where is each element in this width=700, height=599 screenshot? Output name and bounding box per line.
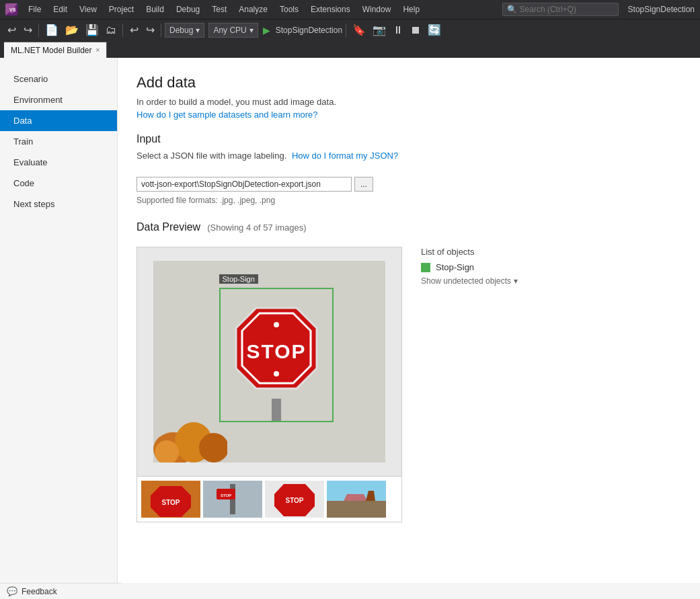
stop-sign-wrapper: Stop-Sign [219,288,334,422]
image-background: Stop-Sign [153,261,385,463]
tree-decoration [153,409,227,463]
bbox-label: Stop-Sign [219,274,258,284]
toolbar-redo[interactable]: ↪ [143,22,157,38]
debug-label: Debug [169,26,193,35]
sidebar-item-train[interactable]: Train [0,131,117,152]
main-layout: Scenario Environment Data Train Evaluate… [0,58,700,583]
toolbar-camera[interactable]: 📷 [370,22,389,38]
toolbar-restart[interactable]: 🔄 [425,22,444,38]
tab-label: ML.NET Model Builder [11,46,92,55]
svg-marker-24 [344,494,367,501]
menu-project[interactable]: Project [104,3,139,15]
json-format-link[interactable]: How do I format my JSON? [292,151,398,161]
supported-formats-text: Supported file formats: .jpg, .jpeg, .pn… [137,196,681,205]
toolbar-forward[interactable]: ↪ [20,22,35,38]
description-text: In order to build a model, you must add … [137,97,681,107]
thumbnail-3[interactable]: STOP [265,481,324,518]
tab-bar: ML.NET Model Builder × [0,40,700,58]
svg-text:VS: VS [9,7,16,12]
thumbnail-2[interactable]: STOP [203,481,262,518]
toolbar-stop[interactable]: ⏹ [407,22,424,38]
sidebar-item-code[interactable]: Code [0,173,117,194]
svg-point-4 [199,433,227,463]
vs-logo: VS [5,3,17,15]
menu-tools[interactable]: Tools [274,3,304,15]
right-panel: List of objects Stop-Sign Show undetecte… [416,247,523,522]
show-undetected-arrow-icon: ▾ [514,276,518,286]
preview-layout: Stop-Sign [137,247,681,522]
search-box[interactable]: 🔍 [502,3,619,16]
menu-window[interactable]: Window [357,3,397,15]
menu-help[interactable]: Help [397,3,425,15]
thumbnail-strip: STOP STOP [137,476,401,522]
preview-count: (Showing 4 of 57 images) [207,223,306,233]
run-label: StopSignDetection [276,26,342,35]
input-section-title: Input [137,133,681,145]
toolbar-sep4 [346,24,346,37]
platform-label: Any CPU [213,26,246,35]
toolbar-new[interactable]: 📄 [42,22,61,38]
objects-title: List of objects [421,247,518,257]
page-title: Add data [137,74,681,91]
menu-build[interactable]: Build [141,3,169,15]
sidebar-item-next-steps[interactable]: Next steps [0,194,117,214]
input-subtitle: Select a JSON file with image labeling. … [137,151,681,174]
learn-more-link[interactable]: How do I get sample datasets and learn m… [137,110,318,120]
sidebar-item-data[interactable]: Data [0,110,117,131]
menu-extensions[interactable]: Extensions [305,3,356,15]
tab-close-icon[interactable]: × [96,46,100,54]
menu-view[interactable]: View [74,3,102,15]
debug-dropdown[interactable]: Debug ▾ [165,23,204,38]
preview-header: Data Preview (Showing 4 of 57 images) [137,221,681,239]
thumbnail-1[interactable]: STOP [141,481,200,518]
sidebar-item-environment[interactable]: Environment [0,89,117,110]
content-area: Add data In order to build a model, you … [118,58,700,583]
bbox-outline [219,288,334,422]
input-desc: Select a JSON file with image labeling. [137,151,286,161]
sidebar-item-evaluate[interactable]: Evaluate [0,152,117,173]
sidebar-item-scenario[interactable]: Scenario [0,69,117,89]
app-title-label: StopSignDetection [628,5,695,14]
object-item-stop-sign: Stop-Sign [421,262,518,272]
platform-arrow: ▾ [249,26,254,35]
browse-button[interactable]: ... [354,177,373,192]
menu-debug[interactable]: Debug [171,3,205,15]
json-file-input[interactable] [137,177,352,192]
sidebar: Scenario Environment Data Train Evaluate… [0,58,118,583]
toolbar-back[interactable]: ↩ [4,22,19,38]
model-builder-tab[interactable]: ML.NET Model Builder × [4,42,107,58]
menu-test[interactable]: Test [206,3,232,15]
svg-text:STOP: STOP [221,493,231,497]
search-input[interactable] [520,5,614,14]
menu-file[interactable]: File [23,3,46,15]
toolbar-pause[interactable]: ⏸ [390,22,406,38]
file-input-row: ... [137,177,681,192]
preview-main-panel: Stop-Sign [137,247,402,522]
debug-arrow: ▾ [196,26,200,35]
toolbar-open[interactable]: 📂 [63,22,81,38]
preview-title: Data Preview [137,221,200,233]
toolbar-sep3 [161,24,161,37]
toolbar-save-all[interactable]: 🗂 [103,22,119,38]
run-button[interactable]: ▶ [260,22,274,38]
toolbar: ↩ ↪ 📄 📂 💾 🗂 ↩ ↪ Debug ▾ Any CPU ▾ ▶ Stop… [0,19,700,40]
menu-edit[interactable]: Edit [48,3,73,15]
search-icon: 🔍 [507,5,517,14]
menu-analyze[interactable]: Analyze [233,3,273,15]
object-label: Stop-Sign [436,262,474,272]
toolbar-bookmark[interactable]: 🔖 [350,22,368,38]
show-undetected-toggle[interactable]: Show undetected objects ▾ [421,276,518,286]
toolbar-sep1 [38,24,39,37]
platform-dropdown[interactable]: Any CPU ▾ [208,23,258,38]
svg-rect-23 [327,501,386,518]
toolbar-undo[interactable]: ↩ [126,22,141,38]
image-container: Stop-Sign [137,247,401,476]
object-color-box [421,263,430,272]
svg-text:STOP: STOP [161,499,180,506]
svg-text:STOP: STOP [285,497,303,504]
thumbnail-4[interactable] [327,481,386,518]
toolbar-sep2 [122,24,123,37]
show-undetected-text: Show undetected objects [421,276,511,286]
menu-bar: VS File Edit View Project Build Debug Te… [0,0,700,19]
toolbar-save[interactable]: 💾 [83,22,102,38]
